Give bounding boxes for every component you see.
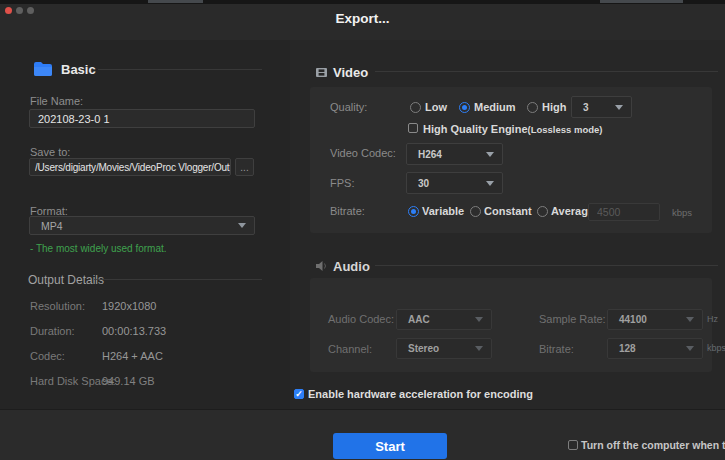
bitrate-unit: kbps: [672, 207, 692, 218]
audio-bitrate-unit: kbps: [707, 343, 725, 353]
format-hint: - The most widely used format.: [30, 243, 167, 254]
background-tab: [148, 0, 203, 3]
audio-codec-value: AAC: [397, 314, 430, 325]
browse-button[interactable]: ...: [235, 158, 254, 176]
bitrate-constant-label[interactable]: Constant: [484, 205, 532, 217]
audio-codec-dropdown[interactable]: AAC: [396, 309, 492, 330]
save-to-label: Save to:: [30, 146, 70, 158]
hq-engine-sublabel: (Lossless mode): [528, 124, 603, 135]
quality-medium-label[interactable]: Medium: [474, 101, 516, 113]
video-section-title: Video: [333, 65, 368, 80]
audio-section-title: Audio: [333, 259, 370, 274]
bottom-bar: Start Turn off the computer when the tas…: [0, 409, 725, 460]
video-codec-value: H264: [407, 149, 442, 160]
basic-section-title: Basic: [61, 62, 96, 77]
divider: [98, 69, 262, 70]
chevron-down-icon: [238, 223, 246, 228]
speaker-icon: [316, 261, 328, 271]
divider: [375, 265, 718, 266]
chevron-down-icon: [475, 346, 483, 351]
bitrate-constant-radio[interactable]: [470, 206, 481, 217]
fps-label: FPS:: [330, 177, 354, 189]
channel-value: Stereo: [397, 343, 439, 354]
chevron-down-icon: [686, 317, 694, 322]
sample-rate-label: Sample Rate:: [539, 313, 606, 325]
codec-label: Codec:: [30, 350, 65, 362]
hq-engine-label[interactable]: High Quality Engine(Lossless mode): [423, 123, 602, 135]
audio-bitrate-value: 128: [608, 343, 636, 354]
hw-accel-label[interactable]: Enable hardware acceleration for encodin…: [308, 388, 533, 400]
video-codec-label: Video Codec:: [330, 147, 396, 159]
video-codec-dropdown[interactable]: H264: [406, 143, 503, 165]
chevron-down-icon: [486, 181, 494, 186]
chevron-down-icon: [686, 346, 694, 351]
start-button[interactable]: Start: [333, 433, 447, 459]
file-name-input[interactable]: [29, 109, 255, 128]
audio-card: Audio Codec: AAC Sample Rate: 44100 Hz C…: [310, 278, 712, 372]
background-tab: [600, 0, 683, 3]
hw-accel-checkbox[interactable]: ✓: [294, 389, 304, 399]
codec-value: H264 + AAC: [102, 350, 163, 362]
video-bitrate-label: Bitrate:: [330, 205, 365, 217]
bitrate-average-radio[interactable]: [537, 206, 548, 217]
fps-dropdown[interactable]: 30: [406, 172, 503, 194]
format-dropdown[interactable]: MP4: [29, 216, 255, 235]
quality-label: Quality:: [330, 101, 367, 113]
audio-codec-label: Audio Codec:: [328, 313, 394, 325]
audio-bitrate-label: Bitrate:: [539, 343, 574, 355]
film-icon: [316, 68, 327, 77]
quality-level-dropdown[interactable]: 3: [571, 96, 632, 118]
dialog-title: Export...: [0, 11, 725, 26]
disk-space-value: 949.14 GB: [102, 375, 155, 387]
save-to-input[interactable]: [29, 158, 231, 176]
divider: [375, 71, 718, 72]
duration-label: Duration:: [30, 325, 75, 337]
resolution-label: Resolution:: [30, 300, 85, 312]
turn-off-checkbox[interactable]: [568, 440, 578, 450]
output-details-title: Output Details: [28, 273, 104, 287]
titlebar: Export...: [0, 4, 725, 40]
divider: [94, 279, 262, 280]
duration-value: 00:00:13.733: [102, 325, 166, 337]
check-icon: ✓: [295, 390, 303, 399]
settings-panel: Video Quality: Low Medium High 3 High Qu…: [290, 40, 725, 409]
hq-engine-label-text: High Quality Engine: [423, 123, 528, 135]
sample-rate-dropdown[interactable]: 44100: [607, 309, 703, 330]
quality-low-label[interactable]: Low: [425, 101, 447, 113]
sample-rate-unit: Hz: [707, 314, 718, 324]
bitrate-value-input[interactable]: [588, 203, 660, 221]
chevron-down-icon: [486, 152, 494, 157]
sample-rate-value: 44100: [608, 314, 647, 325]
quality-low-radio[interactable]: [410, 102, 421, 113]
quality-high-label[interactable]: High: [542, 101, 566, 113]
format-value: MP4: [30, 220, 63, 232]
quality-high-radio[interactable]: [527, 102, 538, 113]
fps-value: 30: [407, 178, 429, 189]
export-dialog: Export... Basic File Name: Save to: ... …: [0, 0, 725, 460]
basic-panel: Basic File Name: Save to: ... Format: MP…: [0, 40, 290, 409]
channel-dropdown[interactable]: Stereo: [396, 338, 492, 359]
hq-engine-checkbox[interactable]: [408, 123, 418, 133]
bitrate-variable-label[interactable]: Variable: [422, 205, 464, 217]
channel-label: Channel:: [328, 343, 372, 355]
quality-level-value: 3: [572, 102, 589, 113]
chevron-down-icon: [475, 317, 483, 322]
audio-bitrate-dropdown[interactable]: 128: [607, 338, 703, 359]
chevron-down-icon: [615, 105, 623, 110]
video-card: Quality: Low Medium High 3 High Quality …: [310, 87, 712, 233]
quality-medium-radio[interactable]: [459, 102, 470, 113]
turn-off-label[interactable]: Turn off the computer when the task is f…: [581, 439, 725, 451]
resolution-value: 1920x1080: [102, 300, 156, 312]
bitrate-variable-radio[interactable]: [408, 206, 419, 217]
folder-icon: [33, 61, 53, 77]
file-name-label: File Name:: [30, 95, 83, 107]
